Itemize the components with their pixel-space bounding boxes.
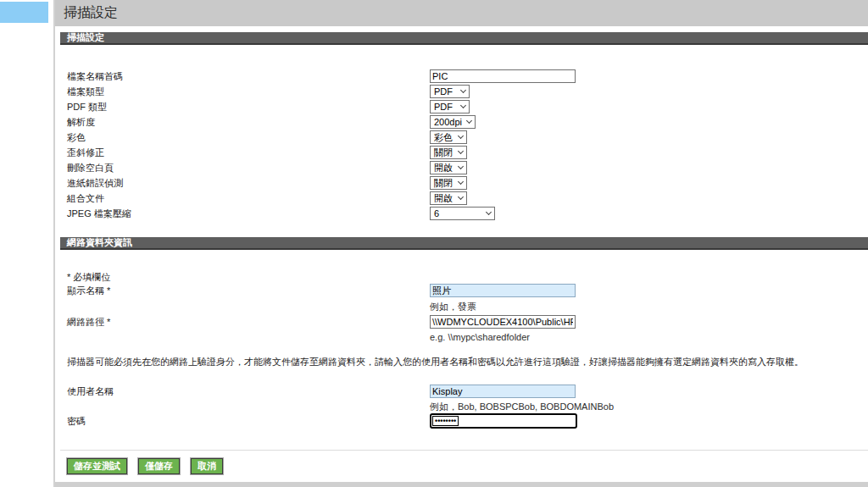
username-label: 使用者名稱 [67, 385, 430, 398]
file-type-select[interactable]: PDF [430, 85, 470, 98]
misfeed-detection-select[interactable]: 關閉 [430, 176, 467, 190]
chevron-down-icon [458, 163, 464, 169]
deskew-select[interactable]: 關閉 [430, 146, 467, 159]
title-band: 掃描設定 [55, 0, 868, 26]
select-value: 關閉 [434, 177, 453, 190]
username-input[interactable] [430, 385, 576, 398]
username-hint: 例如，Bob, BOBSPCBob, BOBDOMAINBob [430, 401, 868, 412]
form-row: 顯示名稱 * [55, 283, 868, 298]
display-name-label: 顯示名稱 * [67, 285, 430, 297]
password-label: 密碼 [67, 415, 430, 428]
chevron-down-icon [458, 133, 464, 139]
misfeed-detection-label: 進紙錯誤偵測 [67, 177, 430, 190]
blank-page-removal-select[interactable]: 開啟 [430, 161, 467, 174]
required-fields-note: * 必填欄位 [55, 271, 868, 283]
chevron-down-icon [458, 194, 464, 200]
select-value: 關閉 [434, 147, 453, 159]
filename-prefix-label: 檔案名稱首碼 [67, 70, 430, 83]
pdf-type-select[interactable]: PDF [430, 100, 470, 113]
chevron-down-icon [458, 179, 464, 185]
form-row: 使用者名稱 [55, 384, 868, 399]
select-value: PDF [434, 86, 453, 97]
deskew-label: 歪斜修正 [67, 147, 430, 159]
form-row: PDF 類型 PDF [55, 99, 868, 114]
blank-page-removal-label: 刪除空白頁 [67, 162, 430, 174]
password-masked-value: •••••••• [432, 416, 459, 426]
filename-prefix-input[interactable] [430, 69, 576, 83]
form-row: 歪斜修正 關閉 [55, 145, 868, 160]
section-header-network-folder: 網路資料夾資訊 [60, 237, 868, 250]
form-row: 檔案名稱首碼 [55, 69, 868, 84]
form-row: 進紙錯誤偵測 關閉 [55, 175, 868, 191]
bottom-edge-band [55, 482, 868, 487]
network-path-label: 網路路徑 * [67, 316, 430, 329]
divider [60, 450, 868, 451]
content-panel: 掃描設定 掃描設定 檔案名稱首碼 檔案類型 PDF PDF 類型 PDF 解析度… [53, 0, 868, 487]
scan-settings-form: 檔案名稱首碼 檔案類型 PDF PDF 類型 PDF 解析度 200dpi [55, 69, 868, 221]
pdf-type-label: PDF 類型 [67, 101, 430, 113]
form-row: 組合文件 開啟 [55, 191, 868, 206]
file-type-label: 檔案類型 [67, 86, 430, 98]
chevron-down-icon [460, 87, 466, 93]
form-row: 刪除空白頁 開啟 [55, 160, 868, 175]
jpeg-compression-select[interactable]: 6 [430, 207, 495, 220]
color-mode-select[interactable]: 彩色 [430, 130, 467, 144]
jpeg-compression-label: JPEG 檔案壓縮 [67, 208, 430, 220]
resolution-label: 解析度 [67, 116, 430, 129]
combine-documents-select[interactable]: 開啟 [430, 191, 467, 205]
form-row: 網路路徑 * [55, 314, 868, 329]
display-name-hint: 例如，發票 [430, 301, 868, 313]
form-row: 解析度 200dpi [55, 114, 868, 130]
display-name-input[interactable] [430, 284, 576, 297]
form-row: JPEG 檔案壓縮 6 [55, 206, 868, 221]
authentication-note: 掃描器可能必須先在您的網路上驗證身分，才能將文件儲存至網路資料夾，請輸入您的使用… [55, 356, 868, 368]
form-row: 檔案類型 PDF [55, 84, 868, 99]
chevron-down-icon [460, 102, 466, 108]
select-value: 彩色 [434, 131, 453, 144]
select-value: 6 [434, 208, 439, 219]
combine-documents-label: 組合文件 [67, 192, 430, 205]
password-input[interactable]: •••••••• [430, 413, 577, 429]
cancel-button[interactable]: 取消 [191, 458, 223, 474]
form-row: 彩色 彩色 [55, 130, 868, 145]
network-path-input[interactable] [430, 315, 576, 329]
chevron-down-icon [466, 118, 472, 124]
select-value: 200dpi [434, 117, 462, 127]
form-row: 密碼 •••••••• [55, 412, 868, 429]
select-value: PDF [434, 102, 453, 112]
chevron-down-icon [486, 209, 492, 215]
save-only-button[interactable]: 僅儲存 [138, 458, 180, 474]
action-buttons: 儲存並測試 僅儲存 取消 [55, 458, 868, 474]
resolution-select[interactable]: 200dpi [430, 115, 476, 129]
save-and-test-button[interactable]: 儲存並測試 [67, 458, 127, 474]
select-value: 開啟 [434, 162, 453, 174]
page-title: 掃描設定 [64, 4, 118, 22]
select-value: 開啟 [434, 192, 453, 205]
section-header-scan-settings: 掃描設定 [60, 32, 868, 45]
sidebar-active-item[interactable] [0, 2, 48, 23]
chevron-down-icon [458, 148, 464, 154]
color-mode-label: 彩色 [67, 131, 430, 144]
network-path-hint: e.g. \\mypc\sharedfolder [430, 332, 868, 344]
